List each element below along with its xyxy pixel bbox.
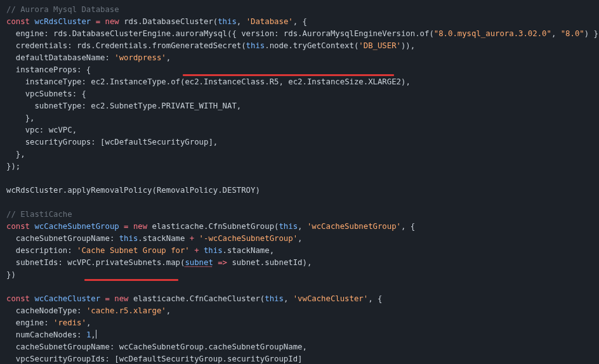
str-redis: 'redis' — [53, 318, 86, 327]
kw-const: const — [6, 17, 30, 26]
annotation-underline-instance-type — [183, 74, 394, 76]
str-wcCacheSubnetGroup: 'wcCacheSubnetGroup' — [307, 222, 401, 231]
annotation-underline-cache-node-type — [84, 279, 178, 281]
kw-this: this — [218, 17, 237, 26]
str-version-a: "8.0.mysql_aurora.3.02.0" — [434, 29, 551, 38]
arrow-fn: => — [218, 258, 227, 267]
var-wcCacheCluster: wcCacheCluster — [34, 294, 100, 303]
code-editor[interactable]: // Aurora Mysql Database const wcRdsClus… — [0, 0, 599, 364]
str-dashSubnetGroup: '-wcCacheSubnetGroup' — [199, 234, 298, 243]
str-wordpress: 'wordpress' — [114, 53, 166, 62]
str-db-user: 'DB_USER' — [359, 41, 401, 50]
text-cursor — [96, 330, 96, 339]
var-wcRdsCluster: wcRdsCluster — [34, 17, 91, 26]
str-cache-desc: 'Cache Subnet Group for' — [77, 246, 190, 255]
kw-new: new — [105, 17, 119, 26]
comment-elasticache: // ElastiCache — [6, 210, 72, 219]
str-cache-r5: 'cache.r5.xlarge' — [86, 306, 166, 315]
var-wcCacheSubnetGroup: wcCacheSubnetGroup — [34, 222, 119, 231]
comment-aurora: // Aurora Mysql Database — [6, 5, 119, 14]
str-version-b: "8.0" — [561, 29, 584, 38]
str-database: 'Database' — [246, 17, 293, 26]
str-vwCacheCluster: 'vwCacheCluster' — [293, 294, 368, 303]
param-subnet: subnet — [185, 258, 213, 267]
